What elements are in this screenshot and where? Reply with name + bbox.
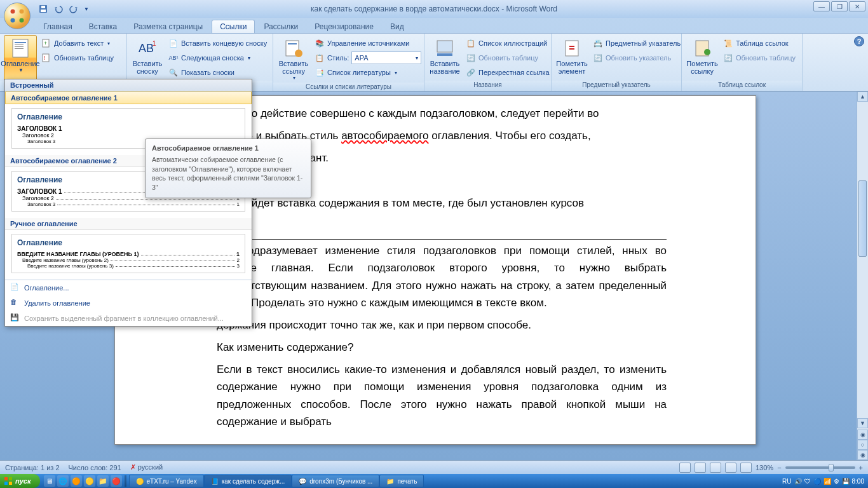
tray-icon[interactable]: 🔵 [813,478,821,485]
tab-insert[interactable]: Вставка [81,20,125,33]
titlebar: ▼ как сделать содержание в ворде автомат… [0,0,868,18]
manage-sources-button[interactable]: 📚Управление источниками [313,36,423,50]
insert-caption-button[interactable]: Вставить название [428,35,461,81]
zoom-out-button[interactable]: − [777,464,781,471]
scroll-up-button[interactable]: ▲ [857,92,868,102]
cross-reference-button[interactable]: 🔗Перекрестная ссылка [464,65,552,79]
next-footnote-button[interactable]: AB¹Следующая сноска▾ [166,51,269,65]
table-of-figures-button[interactable]: 📋Список иллюстраций [464,36,552,50]
scroll-thumb[interactable] [858,180,867,257]
insert-index-button[interactable]: 📇Предметный указатель [591,36,682,50]
view-fullscreen-button[interactable] [695,463,706,473]
maximize-button[interactable]: ❐ [831,1,848,11]
status-lang[interactable]: ✗ русский [130,463,163,471]
insert-endnote-button[interactable]: 📄Вставить концевую сноску [166,36,269,50]
tray-icon[interactable]: ⚙ [834,478,839,485]
ql-icon[interactable]: 📁 [97,475,109,487]
qat-customize-icon[interactable]: ▼ [84,6,89,12]
toa-button[interactable]: 📜Таблица ссылок [721,36,797,50]
tab-home[interactable]: Главная [36,20,80,33]
ql-icon[interactable]: 🌐 [57,475,69,487]
taskbar-app[interactable]: 💬dronx3m (Бунчиков ... [292,475,379,487]
tray-icon[interactable]: 💾 [842,478,850,485]
help-button[interactable]: ? [854,36,864,46]
status-words[interactable]: Число слов: 291 [69,464,121,471]
zoom-in-button[interactable]: + [859,464,863,471]
add-text-button[interactable]: +Добавить текст▾ [39,36,116,50]
update-index-button[interactable]: 🔄Обновить указатель [591,51,682,65]
ql-icon[interactable]: 🖥 [44,475,55,487]
svg-rect-29 [9,477,12,480]
toc-gallery-item-auto1[interactable]: Автособираемое оглавление 1 [5,92,252,104]
tray-clock[interactable]: 8:00 [852,478,864,485]
tab-references[interactable]: Ссылки [212,20,255,33]
toc-gallery-item-manual[interactable]: Ручное оглавление [5,218,252,230]
tray-icon[interactable]: 🛡 [804,478,811,485]
insert-footnote-button[interactable]: AB1 Вставить сноску [131,35,164,81]
zoom-level[interactable]: 130% [756,464,773,471]
mark-citation-icon [692,38,712,58]
style-select[interactable]: APA▾ [351,51,421,64]
tab-mailings[interactable]: Рассылки [256,20,306,33]
start-button[interactable]: пуск [0,474,40,488]
svg-point-0 [11,10,15,14]
ql-icon[interactable]: 🔴 [111,475,122,487]
svg-point-1 [20,10,24,14]
view-web-button[interactable] [710,463,721,473]
close-button[interactable]: ✕ [849,1,865,11]
view-outline-button[interactable] [725,463,736,473]
group-authorities: Пометить ссылку 📜Таблица ссылок 🔄Обновит… [682,34,803,91]
tab-view[interactable]: Вид [383,20,412,33]
tab-review[interactable]: Рецензирование [307,20,381,33]
svg-point-3 [20,18,24,23]
mark-entry-button[interactable]: Пометить элемент [555,35,588,81]
ql-icon[interactable]: 🟠 [71,475,82,487]
view-draft-button[interactable] [740,463,752,473]
toc-remove-menuitem[interactable]: 🗑Удалить оглавление [5,295,252,311]
toc-preview-3[interactable]: Оглавление ВВЕДИТЕ НАЗВАНИЕ ГЛАВЫ (УРОВЕ… [11,234,245,273]
ql-icon[interactable]: 🟡 [84,475,95,487]
toc-gallery-dropdown: Встроенный Автособираемое оглавление 1 О… [4,79,252,327]
mark-citation-button[interactable]: Пометить ссылку [686,35,719,81]
undo-button[interactable] [52,3,65,15]
svg-rect-22 [437,53,452,56]
tray-icon[interactable]: 🔊 [794,478,802,485]
mark-entry-label: Пометить элемент [556,60,587,75]
minimize-button[interactable]: — [813,1,830,11]
scroll-down-button[interactable]: ▼ [857,418,868,428]
update-toa-button[interactable]: 🔄Обновить таблицу [721,51,797,65]
chevron-down-icon: ▾ [416,55,418,61]
svg-rect-28 [4,477,8,480]
update-figures-button[interactable]: 🔄Обновить таблицу [464,51,552,65]
prev-page-button[interactable]: ◉ [857,430,868,440]
status-page[interactable]: Страница: 1 из 2 [5,464,60,471]
svg-rect-5 [41,10,46,12]
next-page-button[interactable]: ◉ [857,450,868,460]
taskbar-app[interactable]: 🟡eTXT.ru – Yandex [129,475,204,487]
show-notes-button[interactable]: 🔍Показать сноски [166,65,269,79]
add-text-icon: + [41,38,51,48]
redo-button[interactable] [67,3,80,15]
tooltip-title: Автособираемое оглавление 1 [152,144,304,152]
toc-button[interactable]: Оглавление ▼ [4,35,37,81]
toc-icon [10,38,31,58]
vertical-scrollbar[interactable]: ▲ ▼ ◉ ○ ◉ [857,92,868,460]
tab-page-layout[interactable]: Разметка страницы [126,20,210,33]
save-button[interactable] [37,3,50,15]
bibliography-button[interactable]: 📑Список литературы▾ [313,65,423,79]
insert-citation-button[interactable]: Вставить ссылку▾ [277,35,310,83]
update-toc-button[interactable]: !Обновить таблицу [39,51,116,65]
zoom-slider-thumb[interactable] [829,464,834,471]
tray-lang[interactable]: RU [782,478,791,485]
next-footnote-icon: AB¹ [168,53,179,63]
browse-object-button[interactable]: ○ [857,440,868,450]
tray-icon[interactable]: 📶 [824,478,831,485]
zoom-slider[interactable] [785,466,855,469]
toc-custom-menuitem[interactable]: 📄Оглавление... [5,280,252,295]
style-icon: 📋 [315,53,325,63]
taskbar-app[interactable]: 📁печать [379,475,424,487]
office-button[interactable] [4,3,31,29]
chevron-down-icon: ▾ [248,55,250,61]
taskbar-app[interactable]: 📘как сделать содерж... [204,475,292,487]
view-print-button[interactable] [679,463,691,473]
